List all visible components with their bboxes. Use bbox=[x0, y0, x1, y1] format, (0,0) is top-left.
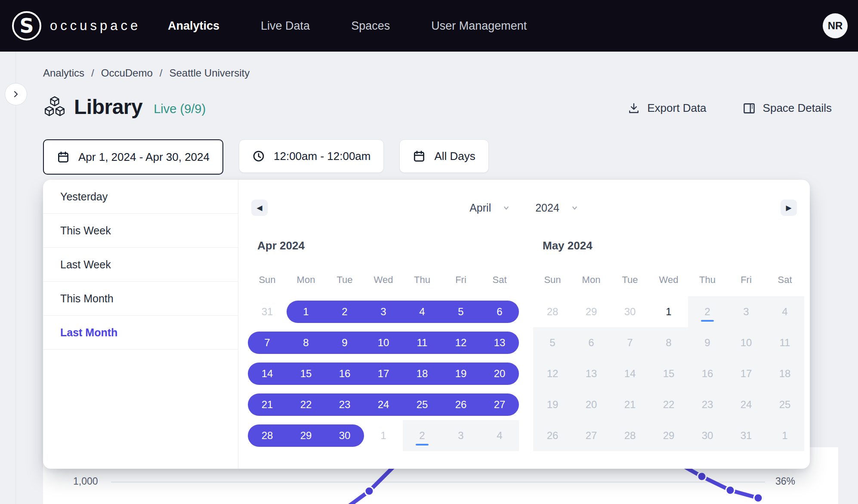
day-cell[interactable]: 2 bbox=[325, 296, 364, 327]
nav-user-management[interactable]: User Management bbox=[431, 19, 527, 33]
nav-spaces[interactable]: Spaces bbox=[351, 19, 390, 33]
day-cell: 23 bbox=[688, 389, 727, 420]
preset-last-month[interactable]: Last Month bbox=[43, 316, 238, 350]
occuspace-logo-icon: S bbox=[11, 10, 42, 41]
day-cell[interactable]: 26 bbox=[441, 389, 480, 420]
preset-yesterday[interactable]: Yesterday bbox=[43, 180, 238, 214]
day-cell: 20 bbox=[572, 389, 611, 420]
day-cell[interactable]: 12 bbox=[441, 327, 480, 358]
day-cell[interactable]: 20 bbox=[480, 358, 519, 389]
days-filter-value: All Days bbox=[434, 150, 475, 163]
day-cell[interactable]: 23 bbox=[325, 389, 364, 420]
chart-gridline bbox=[111, 482, 765, 482]
day-cell: 14 bbox=[611, 358, 649, 389]
year-select[interactable]: 2024 bbox=[535, 202, 579, 214]
day-cell: 12 bbox=[533, 358, 572, 389]
day-cell: 22 bbox=[649, 389, 688, 420]
download-icon bbox=[628, 102, 640, 114]
month-select[interactable]: April bbox=[469, 202, 510, 214]
weekday-label: Wed bbox=[364, 274, 403, 286]
brand-wordmark: occuspace bbox=[50, 18, 141, 34]
day-cell: 30 bbox=[688, 420, 727, 451]
year-select-value: 2024 bbox=[535, 202, 559, 214]
day-cell[interactable]: 25 bbox=[403, 389, 441, 420]
preset-this-month[interactable]: This Month bbox=[43, 282, 238, 316]
day-cell: 3 bbox=[441, 420, 480, 451]
export-data-label: Export Data bbox=[647, 101, 706, 115]
export-data-button[interactable]: Export Data bbox=[628, 101, 706, 115]
day-cell[interactable]: 17 bbox=[364, 358, 403, 389]
day-cell[interactable]: 3 bbox=[364, 296, 403, 327]
date-range-button[interactable]: Apr 1, 2024 - Apr 30, 2024 bbox=[43, 139, 223, 175]
day-cell: 21 bbox=[611, 389, 649, 420]
day-cell: 16 bbox=[688, 358, 727, 389]
day-cell: 15 bbox=[649, 358, 688, 389]
calendar-panel: ◀ ▶ April 2024 bbox=[238, 180, 810, 469]
day-cell[interactable]: 10 bbox=[364, 327, 403, 358]
space-details-button[interactable]: Space Details bbox=[743, 101, 832, 115]
weekday-label: Thu bbox=[688, 274, 727, 286]
weekday-label: Mon bbox=[287, 274, 325, 286]
weekday-label: Fri bbox=[441, 274, 480, 286]
app-screen: S occuspace Analytics Live Data Spaces U… bbox=[0, 0, 858, 504]
calendar-icon bbox=[57, 151, 70, 163]
day-cell[interactable]: 16 bbox=[325, 358, 364, 389]
days-filter-button[interactable]: All Days bbox=[399, 139, 488, 173]
day-cell[interactable]: 9 bbox=[325, 327, 364, 358]
day-cell[interactable]: 27 bbox=[480, 389, 519, 420]
breadcrumb-analytics[interactable]: Analytics bbox=[43, 67, 84, 79]
panel-icon bbox=[743, 102, 756, 115]
chart-y-axis-right-label: 36% bbox=[775, 476, 795, 487]
weekday-header-row: SunMonTueWedThuFriSat bbox=[533, 274, 804, 286]
day-cell[interactable]: 29 bbox=[287, 420, 325, 451]
preset-last-week[interactable]: Last Week bbox=[43, 248, 238, 282]
day-cell[interactable]: 1 bbox=[287, 296, 325, 327]
day-cell: 4 bbox=[480, 420, 519, 451]
day-cell: 19 bbox=[533, 389, 572, 420]
sidebar-expand-button[interactable] bbox=[5, 83, 27, 105]
day-cell[interactable]: 14 bbox=[248, 358, 287, 389]
day-cell: 13 bbox=[572, 358, 611, 389]
day-cell[interactable]: 15 bbox=[287, 358, 325, 389]
day-cell[interactable]: 21 bbox=[248, 389, 287, 420]
left-rail-divider bbox=[15, 52, 16, 504]
day-cell[interactable]: 18 bbox=[403, 358, 441, 389]
weekday-label: Fri bbox=[727, 274, 765, 286]
day-cell[interactable]: 5 bbox=[441, 296, 480, 327]
day-cell[interactable]: 24 bbox=[364, 389, 403, 420]
day-cell: 28 bbox=[611, 420, 649, 451]
nav-live-data[interactable]: Live Data bbox=[261, 19, 310, 33]
day-cell[interactable]: 19 bbox=[441, 358, 480, 389]
space-details-label: Space Details bbox=[763, 101, 832, 115]
day-cell[interactable]: 11 bbox=[403, 327, 441, 358]
day-cell[interactable]: 28 bbox=[248, 420, 287, 451]
calendar-selects: April 2024 bbox=[238, 200, 810, 216]
nav-analytics[interactable]: Analytics bbox=[168, 19, 219, 33]
user-avatar[interactable]: NR bbox=[823, 13, 848, 38]
day-cell: 30 bbox=[611, 296, 649, 327]
brand[interactable]: S occuspace bbox=[11, 0, 141, 52]
day-cell[interactable]: 22 bbox=[287, 389, 325, 420]
space-cubes-icon bbox=[43, 95, 66, 119]
breadcrumb-seattle-university[interactable]: Seattle University bbox=[153, 67, 250, 79]
filter-bar: Apr 1, 2024 - Apr 30, 2024 12:00am - 12:… bbox=[43, 139, 489, 175]
day-cell[interactable]: 13 bbox=[480, 327, 519, 358]
day-cell: 28 bbox=[533, 296, 572, 327]
day-cell[interactable]: 8 bbox=[287, 327, 325, 358]
day-cell[interactable]: 6 bbox=[480, 296, 519, 327]
day-cell: 1 bbox=[765, 420, 804, 451]
preset-this-week[interactable]: This Week bbox=[43, 214, 238, 248]
day-cell[interactable]: 30 bbox=[325, 420, 364, 451]
day-cell: 3 bbox=[727, 296, 765, 327]
time-range-button[interactable]: 12:00am - 12:00am bbox=[239, 139, 384, 173]
day-cell: 7 bbox=[611, 327, 649, 358]
day-cell[interactable]: 1 bbox=[649, 296, 688, 327]
chevron-right-icon bbox=[12, 90, 20, 98]
day-cell: 8 bbox=[649, 327, 688, 358]
breadcrumb-occudemo[interactable]: OccuDemo bbox=[84, 67, 153, 79]
day-cell: 25 bbox=[765, 389, 804, 420]
month-select-value: April bbox=[469, 202, 491, 214]
day-cell[interactable]: 7 bbox=[248, 327, 287, 358]
day-cell[interactable]: 4 bbox=[403, 296, 441, 327]
date-picker-popup: YesterdayThis WeekLast WeekThis MonthLas… bbox=[43, 180, 810, 469]
